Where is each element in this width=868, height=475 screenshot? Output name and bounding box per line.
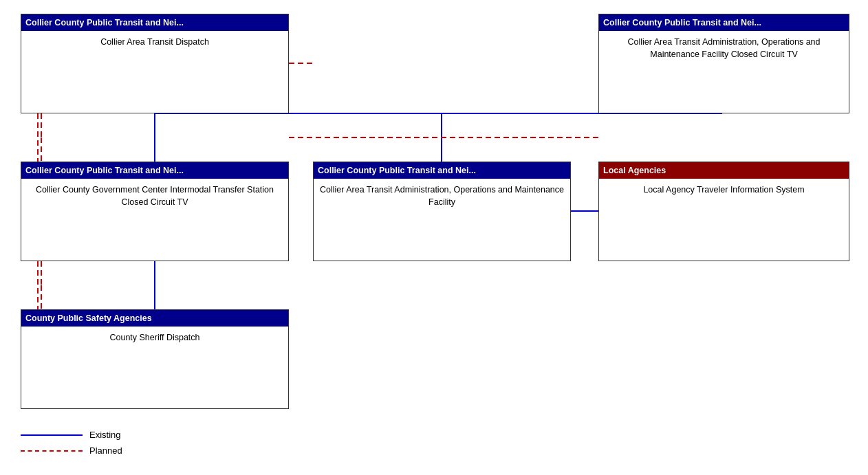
legend-planned-line: [21, 450, 83, 452]
legend-existing-line: [21, 434, 83, 436]
node-local-agency-traveler-body: Local Agency Traveler Information System: [599, 179, 849, 202]
legend-existing-label: Existing: [89, 430, 121, 440]
diagram-container: Collier County Public Transit and Nei...…: [0, 0, 868, 475]
node-government-center-cctv-body: Collier County Government Center Intermo…: [21, 179, 288, 214]
node-transit-dispatch: Collier County Public Transit and Nei...…: [21, 14, 289, 113]
legend-planned: Planned: [21, 445, 122, 456]
node-transit-dispatch-body: Collier Area Transit Dispatch: [21, 31, 288, 54]
legend-existing: Existing: [21, 430, 122, 440]
node-local-agency-traveler-header: Local Agencies: [599, 162, 849, 179]
node-local-agency-traveler: Local Agencies Local Agency Traveler Inf…: [598, 162, 849, 261]
node-county-sheriff-dispatch-header: County Public Safety Agencies: [21, 310, 288, 327]
node-transit-admin-cctv: Collier County Public Transit and Nei...…: [598, 14, 849, 113]
node-transit-admin-ops-body: Collier Area Transit Administration, Ope…: [314, 179, 570, 214]
node-transit-admin-cctv-header: Collier County Public Transit and Nei...: [599, 14, 849, 31]
legend: Existing Planned: [21, 430, 122, 456]
node-transit-admin-ops: Collier County Public Transit and Nei...…: [313, 162, 571, 261]
node-transit-dispatch-header: Collier County Public Transit and Nei...: [21, 14, 288, 31]
legend-planned-label: Planned: [89, 445, 122, 456]
node-transit-admin-cctv-body: Collier Area Transit Administration, Ope…: [599, 31, 849, 66]
node-transit-admin-ops-header: Collier County Public Transit and Nei...: [314, 162, 570, 179]
node-government-center-cctv-header: Collier County Public Transit and Nei...: [21, 162, 288, 179]
node-county-sheriff-dispatch-body: County Sheriff Dispatch: [21, 327, 288, 350]
node-county-sheriff-dispatch: County Public Safety Agencies County She…: [21, 309, 289, 409]
node-government-center-cctv: Collier County Public Transit and Nei...…: [21, 162, 289, 261]
